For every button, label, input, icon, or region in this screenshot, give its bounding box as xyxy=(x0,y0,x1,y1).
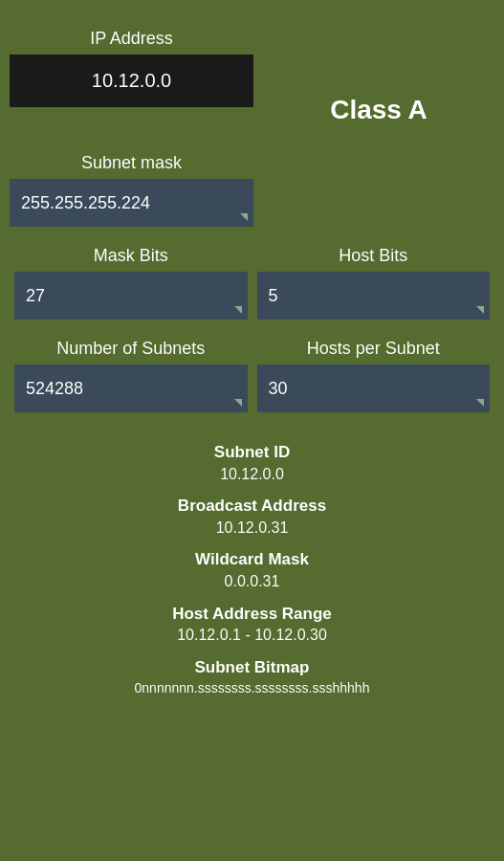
subnet-mask-label: Subnet mask xyxy=(10,153,253,173)
subnet-id-block: Subnet ID 10.12.0.0 xyxy=(214,441,290,489)
mask-bits-wrapper[interactable]: 27 xyxy=(14,272,248,320)
host-range-value: 10.12.0.1 - 10.12.0.30 xyxy=(172,625,332,646)
wildcard-label: Wildcard Mask xyxy=(195,548,309,571)
host-bits-label: Host Bits xyxy=(257,246,491,266)
wildcard-block: Wildcard Mask 0.0.0.31 xyxy=(195,548,309,596)
wildcard-value: 0.0.0.31 xyxy=(195,571,309,592)
host-range-block: Host Address Range 10.12.0.1 - 10.12.0.3… xyxy=(172,603,332,651)
broadcast-value: 10.12.0.31 xyxy=(178,518,326,539)
hosts-per-subnet-wrapper[interactable]: 30 xyxy=(257,364,491,412)
hosts-per-subnet-label: Hosts per Subnet xyxy=(257,339,491,359)
broadcast-label: Broadcast Address xyxy=(178,495,326,518)
mask-bits-label: Mask Bits xyxy=(14,246,248,266)
subnet-id-value: 10.12.0.0 xyxy=(214,464,290,485)
dropdown-triangle xyxy=(240,213,248,221)
subnet-bitmap-block: Subnet Bitmap 0nnnnnnn.ssssssss.ssssssss… xyxy=(135,656,370,701)
ip-input-wrapper[interactable]: 10.12.0.0 xyxy=(10,55,253,107)
host-range-label: Host Address Range xyxy=(172,603,332,626)
num-subnets-wrapper[interactable]: 524288 xyxy=(14,364,248,412)
host-bits-wrapper[interactable]: 5 xyxy=(257,272,491,320)
mask-bits-triangle xyxy=(234,306,242,314)
ip-address-label: IP Address xyxy=(10,29,253,49)
num-subnets-label: Number of Subnets xyxy=(14,339,248,359)
ip-input-box[interactable]: 10.12.0.0 xyxy=(10,55,253,107)
subnet-mask-wrapper[interactable]: 255.255.255.224 xyxy=(10,179,253,227)
subnet-id-label: Subnet ID xyxy=(214,441,290,464)
broadcast-block: Broadcast Address 10.12.0.31 xyxy=(178,495,326,542)
subnet-bitmap-value: 0nnnnnnn.ssssssss.ssssssss.ssshhhhh xyxy=(135,679,370,698)
host-bits-triangle xyxy=(476,306,484,314)
host-bits-input[interactable]: 5 xyxy=(257,272,491,320)
mask-bits-input[interactable]: 27 xyxy=(14,272,248,320)
info-section: Subnet ID 10.12.0.0 Broadcast Address 10… xyxy=(10,428,494,701)
hosts-per-subnet-input[interactable]: 30 xyxy=(257,364,491,412)
subnet-mask-input[interactable]: 255.255.255.224 xyxy=(10,179,253,227)
hosts-per-subnet-triangle xyxy=(476,399,484,407)
num-subnets-triangle xyxy=(234,399,242,407)
subnet-bitmap-label: Subnet Bitmap xyxy=(135,656,370,679)
num-subnets-input[interactable]: 524288 xyxy=(14,364,248,412)
class-label: Class A xyxy=(263,83,494,136)
